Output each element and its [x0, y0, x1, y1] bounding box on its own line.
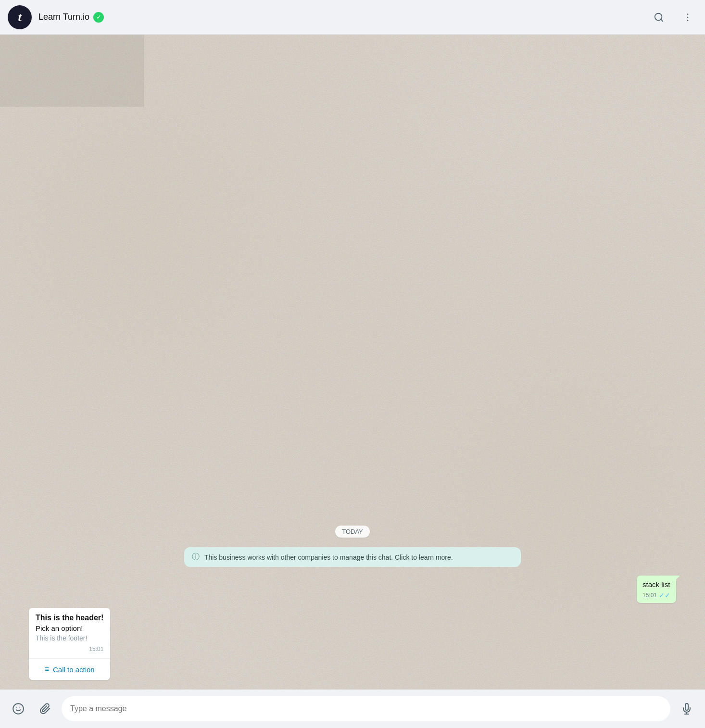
- outgoing-message: stack list 15:01 ✓✓: [29, 576, 676, 603]
- outgoing-text: stack list: [642, 579, 670, 590]
- cta-button[interactable]: ≡ Call to action: [29, 659, 110, 680]
- chat-header: t Learn Turn.io ✓: [0, 0, 705, 35]
- emoji-button[interactable]: [8, 698, 29, 719]
- card-header: This is the header!: [36, 614, 103, 622]
- search-button[interactable]: [649, 8, 668, 27]
- info-icon: ⓘ: [192, 552, 200, 562]
- read-receipt-icon: ✓✓: [659, 591, 670, 599]
- chat-area: TODAY ⓘ This business works with other c…: [0, 35, 705, 690]
- chat-content: TODAY ⓘ This business works with other c…: [0, 35, 705, 690]
- contact-name: Learn Turn.io: [38, 12, 89, 22]
- header-actions: [649, 8, 697, 27]
- cta-label: Call to action: [53, 665, 95, 674]
- svg-point-3: [687, 16, 689, 18]
- avatar-letter: t: [18, 10, 21, 25]
- card-subtext: Pick an option!: [36, 624, 103, 632]
- svg-point-2: [687, 13, 689, 15]
- info-banner[interactable]: ⓘ This business works with other compani…: [184, 547, 521, 567]
- cta-list-icon: ≡: [45, 665, 49, 674]
- message-input-wrap: [62, 696, 670, 721]
- attach-button[interactable]: [35, 698, 56, 719]
- card-time-value: 15:01: [89, 646, 103, 653]
- messages-area: stack list 15:01 ✓✓ This is the header! …: [29, 576, 676, 682]
- svg-point-20: [13, 703, 24, 714]
- date-badge: TODAY: [335, 526, 370, 538]
- card-time: 15:01: [36, 646, 103, 653]
- outgoing-bubble: stack list 15:01 ✓✓: [637, 576, 676, 603]
- more-vertical-icon: [682, 12, 693, 23]
- verified-badge: ✓: [93, 12, 104, 23]
- svg-point-4: [687, 20, 689, 21]
- more-options-button[interactable]: [678, 8, 697, 27]
- info-banner-text: This business works with other companies…: [204, 553, 453, 561]
- search-icon: [654, 12, 664, 23]
- outgoing-meta: 15:01 ✓✓: [642, 591, 670, 599]
- svg-line-1: [661, 19, 663, 21]
- microphone-button[interactable]: [676, 698, 697, 719]
- message-input[interactable]: [70, 704, 662, 713]
- contact-info[interactable]: Learn Turn.io ✓: [38, 12, 649, 23]
- chat-footer: [0, 690, 705, 728]
- card-footer: This is the footer!: [36, 634, 103, 642]
- message-card: This is the header! Pick an option! This…: [29, 608, 110, 680]
- emoji-icon: [12, 703, 25, 715]
- incoming-card-message: This is the header! Pick an option! This…: [29, 608, 676, 680]
- card-body: This is the header! Pick an option! This…: [29, 608, 110, 658]
- outgoing-time: 15:01: [642, 592, 657, 599]
- avatar[interactable]: t: [8, 5, 32, 29]
- microphone-icon: [681, 703, 692, 715]
- date-separator: TODAY: [29, 526, 676, 538]
- paperclip-icon: [39, 703, 51, 715]
